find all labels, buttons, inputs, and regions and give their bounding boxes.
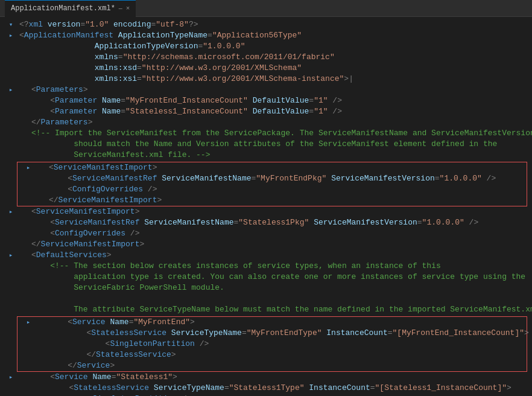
line: The attribute ServiceTypeName below must… <box>0 304 532 315</box>
line-content: <SingletonPartition /> <box>37 339 209 350</box>
line: <!-- Import the ServiceManifest from the… <box>0 128 532 139</box>
gutter-cell[interactable]: ▾ <box>2 19 19 30</box>
line-content: <ServiceManifestImport> <box>37 162 157 173</box>
line-content: </Parameters> <box>19 117 92 128</box>
gutter-cell[interactable]: ▸ <box>2 85 19 95</box>
line-content: <ServiceManifestRef ServiceManifestName=… <box>19 217 478 228</box>
line: xmlns:xsi="http://www.w3.org/2001/XMLSch… <box>0 74 532 85</box>
line-content: should match the Name and Version attrib… <box>19 139 497 150</box>
line-content: The attribute ServiceTypeName below must… <box>19 304 532 315</box>
highlight-block-2: ▸ <Service Name="MyFrontEnd"> <Stateless… <box>17 316 527 372</box>
title-bar: ApplicationManifest.xml* — × <box>0 0 532 17</box>
gutter-cell[interactable]: ▸ <box>2 372 19 383</box>
line: <ConfigOverrides /> <box>17 184 527 195</box>
line: ▸<DefaultServices> <box>0 250 532 261</box>
line: </StatelessService> <box>17 350 527 360</box>
line: <ServiceManifestRef ServiceManifestName=… <box>17 173 527 184</box>
line-content: <StatelessService ServiceTypeName="State… <box>19 383 511 394</box>
line: should match the Name and Version attrib… <box>0 139 532 150</box>
tab-label: ApplicationManifest.xml* <box>11 4 115 13</box>
line: <Parameter Name="MyFrontEnd_InstanceCoun… <box>0 95 532 106</box>
line-content: xmlns:xsi="http://www.w3.org/2001/XMLSch… <box>19 74 353 85</box>
line-content: </ServiceManifestImport> <box>19 239 144 250</box>
editor-area: ▾<?xml version="1.0" encoding="utf-8"?>▸… <box>0 17 532 396</box>
line: application type is created. You can als… <box>0 272 532 283</box>
line-content: <ServiceManifestRef ServiceManifestName=… <box>37 173 496 184</box>
line: <SingletonPartition /> <box>0 394 532 396</box>
tab[interactable]: ApplicationManifest.xml* — × <box>5 0 136 17</box>
tab-pin[interactable]: — <box>119 5 122 12</box>
line: <ServiceManifestRef ServiceManifestName=… <box>0 217 532 228</box>
line-content: </ServiceManifestImport> <box>37 195 162 206</box>
line-content: xmlns:xsd="http://www.w3.org/2001/XMLSch… <box>19 63 302 74</box>
line-content: application type is created. You can als… <box>19 272 525 283</box>
line-content: ApplicationTypeVersion="1.0.0.0" <box>19 41 245 52</box>
line-content: ServiceFabric PowerShell module. <box>19 283 224 293</box>
line-content: <Parameters> <box>19 85 88 95</box>
line: ▾<?xml version="1.0" encoding="utf-8"?> <box>0 19 532 30</box>
line-content: <Service Name="Stateless1"> <box>19 372 177 383</box>
line: xmlns="http://schemas.microsoft.com/2011… <box>0 52 532 63</box>
line-content: </Service> <box>37 360 115 371</box>
line: <StatelessService ServiceTypeName="State… <box>0 383 532 394</box>
line-content: <Parameter Name="Stateless1_InstanceCoun… <box>19 106 342 117</box>
line: ▸<ServiceManifestImport> <box>0 206 532 217</box>
tab-close[interactable]: × <box>126 5 130 12</box>
line-content: <ConfigOverrides /> <box>37 184 157 195</box>
line: ServiceFabric PowerShell module. <box>0 283 532 293</box>
line: <Parameter Name="Stateless1_InstanceCoun… <box>0 106 532 117</box>
line-content: <!-- The section below creates instances… <box>19 261 441 272</box>
line: ServiceManifest.xml file. --> <box>0 150 532 161</box>
line <box>0 293 532 304</box>
line: </ServiceManifestImport> <box>0 239 532 250</box>
gutter-cell[interactable]: ▸ <box>20 317 37 328</box>
line: <StatelessService ServiceTypeName="MyFro… <box>17 328 527 339</box>
line: ▸ <Service Name="MyFrontEnd"> <box>17 317 527 328</box>
line-content: <SingletonPartition /> <box>19 394 191 396</box>
gutter-cell[interactable]: ▸ <box>2 206 19 217</box>
line-content: <ServiceManifestImport> <box>19 206 139 217</box>
line-content: <Parameter Name="MyFrontEnd_InstanceCoun… <box>19 95 342 106</box>
line: <SingletonPartition /> <box>17 339 527 350</box>
line: </ServiceManifestImport> <box>17 195 527 206</box>
line: ▸ <Service Name="Stateless1"> <box>0 372 532 383</box>
line: ▸<ServiceManifestImport> <box>17 162 527 173</box>
highlight-block-1: ▸<ServiceManifestImport> <ServiceManifes… <box>17 162 527 206</box>
line-content: </StatelessService> <box>37 350 176 360</box>
line: </Parameters> <box>0 117 532 128</box>
line-content: <StatelessService ServiceTypeName="MyFro… <box>37 328 529 339</box>
line-content: <?xml version="1.0" encoding="utf-8"?> <box>19 19 198 30</box>
line-content: <DefaultServices> <box>19 250 112 261</box>
line-content: <!-- Import the ServiceManifest from the… <box>19 128 532 139</box>
line: ▸<ApplicationManifest ApplicationTypeNam… <box>0 30 532 41</box>
gutter-cell[interactable]: ▸ <box>2 250 19 261</box>
line: <!-- The section below creates instances… <box>0 261 532 272</box>
line: </Service> <box>17 360 527 371</box>
line-content: xmlns="http://schemas.microsoft.com/2011… <box>19 52 335 63</box>
gutter-cell[interactable]: ▸ <box>2 30 19 41</box>
line-content: <ConfigOverrides /> <box>19 228 139 239</box>
line-content: <Service Name="MyFrontEnd"> <box>37 317 195 328</box>
line: <ConfigOverrides /> <box>0 228 532 239</box>
line: ▸<Parameters> <box>0 85 532 95</box>
line-content: <ApplicationManifest ApplicationTypeName… <box>19 30 302 41</box>
line-content: ServiceManifest.xml file. --> <box>19 150 210 161</box>
gutter-cell[interactable]: ▸ <box>20 162 37 173</box>
line: ApplicationTypeVersion="1.0.0.0" <box>0 41 532 52</box>
line: xmlns:xsd="http://www.w3.org/2001/XMLSch… <box>0 63 532 74</box>
